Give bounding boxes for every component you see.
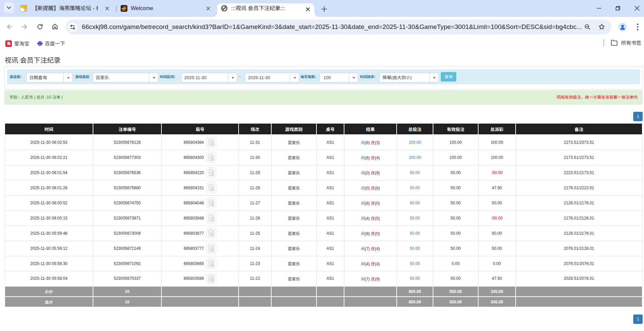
svg-text:du: du: [39, 43, 41, 46]
